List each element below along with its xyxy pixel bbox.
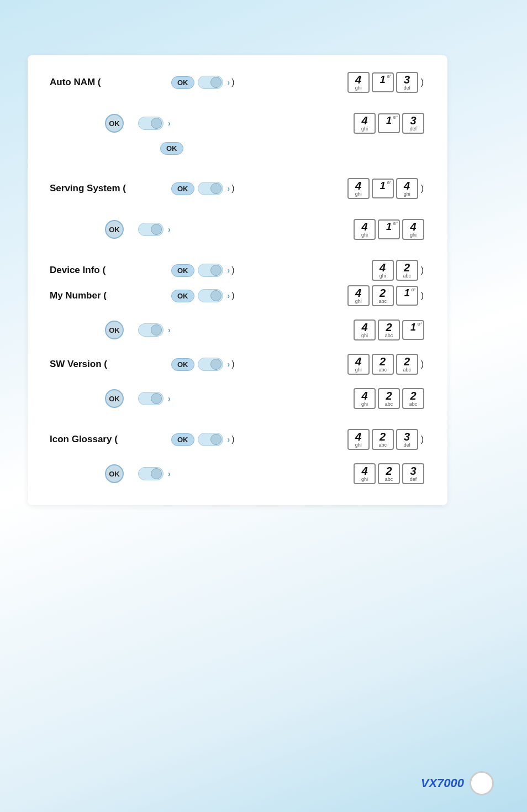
key-1-special-5[interactable]: 1 ⚙° x <box>396 286 418 306</box>
device-info-toggle[interactable] <box>198 264 223 277</box>
indent-row-2: OK › 4 ghi 1 ⚙° x 4 ghi <box>50 219 425 240</box>
indent-chevron-3: › <box>168 326 171 334</box>
sw-version-keys: 4 ghi 2 abc 2 abc ) <box>346 354 425 375</box>
sw-version-chevron: › <box>228 360 230 369</box>
key-2-abc-2[interactable]: 2 abc <box>372 285 394 306</box>
main-card: Auto NAM ( OK › ) 4 ghi 1 ⚙° x 3 def ) O… <box>28 55 447 505</box>
key-4-ghi-3[interactable]: 4 ghi <box>347 178 370 199</box>
key-4-ghi-9[interactable]: 4 ghi <box>354 319 376 340</box>
key-1-special-4[interactable]: 1 ⚙° x <box>378 219 400 239</box>
my-number-toggle[interactable] <box>198 289 223 302</box>
indent-chevron-2: › <box>168 225 171 234</box>
brand-circle <box>470 771 494 795</box>
indent-row-4: OK › 4 ghi 2 abc 2 abc <box>50 388 425 409</box>
brand-model: VX7000 <box>421 776 464 790</box>
my-number-chevron: › <box>228 291 230 300</box>
my-number-ok-pill[interactable]: OK <box>171 290 194 302</box>
key-3-def-2[interactable]: 3 def <box>402 113 424 134</box>
icon-glossary-label: Icon Glossary ( <box>50 434 171 445</box>
auto-nam-ok-pill[interactable]: OK <box>171 76 194 89</box>
my-number-keys: 4 ghi 2 abc 1 ⚙° x ) <box>346 285 425 306</box>
key-2-abc-5[interactable]: 2 abc <box>396 354 418 375</box>
indent-ok-4[interactable]: OK <box>105 389 124 408</box>
sw-version-toggle[interactable] <box>198 358 223 371</box>
extra-ok-row-1: OK <box>50 138 425 158</box>
serving-system-ok-pill[interactable]: OK <box>171 182 194 195</box>
indent-ok-5[interactable]: OK <box>105 464 124 483</box>
key-4-ghi-13[interactable]: 4 ghi <box>354 463 376 484</box>
key-1-icon: ⚙° <box>387 75 392 79</box>
serving-system-row: Serving System ( OK › ) 4 ghi 1 ⚙° x 4 g… <box>50 178 425 199</box>
auto-nam-paren-close: ) <box>231 77 234 87</box>
sw-version-label: SW Version ( <box>50 359 171 370</box>
indent-ok-3[interactable]: OK <box>105 321 124 339</box>
indent-ok-1[interactable]: OK <box>105 114 124 133</box>
extra-ok-pill-1[interactable]: OK <box>160 142 183 155</box>
serving-system-toggle[interactable] <box>198 182 223 195</box>
indent-chevron-1: › <box>168 119 171 128</box>
key-4-ghi-11[interactable]: 4 ghi <box>354 388 376 409</box>
device-info-row: Device Info ( OK › ) 4 ghi 2 abc ) <box>50 260 425 281</box>
key-4-ghi-4[interactable]: 4 ghi <box>396 178 418 199</box>
key-3-def-1[interactable]: 3 def <box>396 72 418 93</box>
auto-nam-toggle[interactable] <box>198 76 223 89</box>
device-info-label: Device Info ( <box>50 265 171 276</box>
indent-toggle-1[interactable] <box>138 117 164 130</box>
key-1-special-6[interactable]: 1 ⚙° x <box>402 320 424 340</box>
key-4-ghi-7[interactable]: 4 ghi <box>372 260 394 281</box>
serving-system-keys: 4 ghi 1 ⚙° x 4 ghi ) <box>346 178 425 199</box>
icon-glossary-ok-pill[interactable]: OK <box>171 433 194 446</box>
indent-toggle-3[interactable] <box>138 323 164 337</box>
auto-nam-row: Auto NAM ( OK › ) 4 ghi 1 ⚙° x 3 def ) <box>50 72 425 93</box>
icon-glossary-toggle[interactable] <box>198 433 223 446</box>
indent-ok-2[interactable]: OK <box>105 220 124 239</box>
indent-keys-1: 4 ghi 1 ⚙° x 3 def <box>352 113 425 134</box>
indent-toggle-2[interactable] <box>138 223 164 236</box>
sw-version-row: SW Version ( OK › ) 4 ghi 2 abc 2 abc ) <box>50 354 425 375</box>
key-3-def-3[interactable]: 3 def <box>396 429 418 450</box>
key-2-abc-4[interactable]: 2 abc <box>372 354 394 375</box>
indent-toggle-5[interactable] <box>138 467 164 480</box>
indent-row-5: OK › 4 ghi 2 abc 3 def <box>50 463 425 484</box>
my-number-row: My Number ( OK › ) 4 ghi 2 abc 1 ⚙° x ) <box>50 285 425 306</box>
key-2-abc-9[interactable]: 2 abc <box>378 463 400 484</box>
serving-system-chevron: › <box>228 184 230 193</box>
key-4-ghi-8[interactable]: 4 ghi <box>347 285 370 306</box>
key-3-def-4[interactable]: 3 def <box>402 463 424 484</box>
device-info-ok-pill[interactable]: OK <box>171 264 194 277</box>
indent-row-1: OK › 4 ghi 1 ⚙° x 3 def <box>50 113 425 134</box>
key-4-ghi-10[interactable]: 4 ghi <box>347 354 370 375</box>
key-1-special-3[interactable]: 1 ⚙° x <box>372 179 394 198</box>
icon-glossary-row: Icon Glossary ( OK › ) 4 ghi 2 abc 3 def… <box>50 429 425 450</box>
key-4-ghi-2[interactable]: 4 ghi <box>354 113 376 134</box>
indent-chevron-4: › <box>168 394 171 403</box>
key-4-ghi-1[interactable]: 4 ghi <box>347 72 370 93</box>
indent-keys-3: 4 ghi 2 abc 1 ⚙° x <box>352 319 425 340</box>
key-1-special-1[interactable]: 1 ⚙° x <box>372 72 394 92</box>
icon-glossary-keys: 4 ghi 2 abc 3 def ) <box>346 429 425 450</box>
key-4-ghi-5[interactable]: 4 ghi <box>354 219 376 240</box>
device-info-keys: 4 ghi 2 abc ) <box>371 260 425 281</box>
key-2-abc-7[interactable]: 2 abc <box>402 388 424 409</box>
indent-chevron-5: › <box>168 469 171 478</box>
icon-glossary-chevron: › <box>228 435 230 444</box>
my-number-label: My Number ( <box>50 290 171 301</box>
key-1-special-2[interactable]: 1 ⚙° x <box>378 113 400 133</box>
key-2-abc-3[interactable]: 2 abc <box>378 319 400 340</box>
sw-version-ok-pill[interactable]: OK <box>171 358 194 371</box>
key-2-abc-6[interactable]: 2 abc <box>378 388 400 409</box>
serving-system-label: Serving System ( <box>50 183 171 194</box>
key-2-abc-8[interactable]: 2 abc <box>372 429 394 450</box>
brand-area: VX7000 <box>421 771 494 795</box>
device-info-chevron: › <box>228 266 230 275</box>
key-4-ghi-12[interactable]: 4 ghi <box>347 429 370 450</box>
indent-toggle-4[interactable] <box>138 392 164 405</box>
indent-keys-4: 4 ghi 2 abc 2 abc <box>352 388 425 409</box>
auto-nam-keys: 4 ghi 1 ⚙° x 3 def ) <box>346 72 425 93</box>
auto-nam-chevron: › <box>228 78 230 87</box>
indent-keys-2: 4 ghi 1 ⚙° x 4 ghi <box>352 219 425 240</box>
indent-keys-5: 4 ghi 2 abc 3 def <box>352 463 425 484</box>
indent-row-3: OK › 4 ghi 2 abc 1 ⚙° x <box>50 319 425 340</box>
key-4-ghi-6[interactable]: 4 ghi <box>402 219 424 240</box>
key-2-abc-1[interactable]: 2 abc <box>396 260 418 281</box>
